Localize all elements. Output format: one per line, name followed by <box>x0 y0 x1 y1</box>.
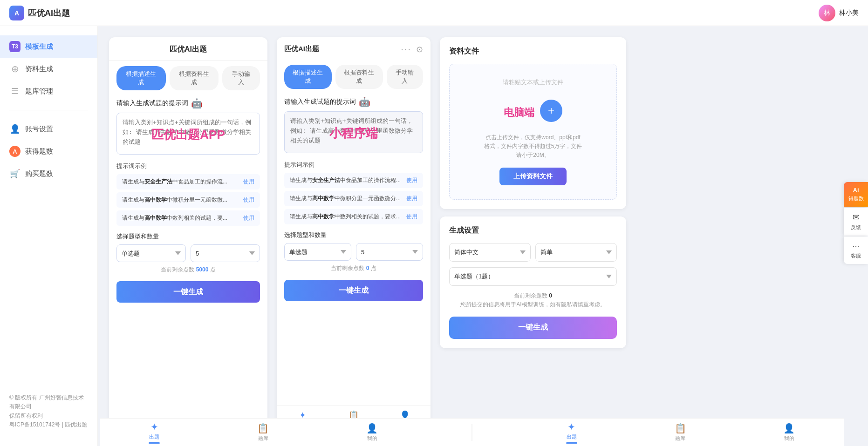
points-value-app: 5000 <box>196 266 209 273</box>
tab-resource-app[interactable]: 根据资料生成 <box>170 66 219 90</box>
prompt-textarea-app[interactable] <box>116 113 260 155</box>
sidebar-label-points: 获得题数 <box>25 147 53 156</box>
nav-bank2-icon: 📋 <box>675 423 686 434</box>
float-bar: Ai 得题数 ✉ 反馈 ··· 客服 <box>844 182 868 264</box>
select-label-app: 选择题型和数量 <box>116 232 260 241</box>
remaining-value: 0 <box>549 292 552 299</box>
tab-describe-app[interactable]: 根据描述生成 <box>116 66 166 90</box>
difficulty-select[interactable]: 简单 中等 困难 <box>535 243 617 262</box>
prompt-textarea-mini[interactable] <box>284 111 423 153</box>
footer-line1: © 版权所有 广州好智信息技术有限公司 <box>9 393 88 411</box>
mini-panel-tabs: 根据描述生成 根据资料生成 手动输入 <box>277 59 431 89</box>
tab-manual-app[interactable]: 手动输入 <box>222 66 260 90</box>
resource-icon: ⊕ <box>9 63 21 74</box>
use-btn-mini-2[interactable]: 使用 <box>406 213 417 221</box>
float-service-label: 客服 <box>851 252 861 259</box>
float-service-icon: ··· <box>852 241 859 251</box>
count-select-mini[interactable]: 5 10 <box>356 243 423 261</box>
selects-row-mini: 单选题 多选题 5 10 <box>284 243 423 261</box>
nav-divider <box>472 424 472 441</box>
robot-icon-app: 🤖 <box>191 98 203 109</box>
tab-describe-mini[interactable]: 根据描述生成 <box>284 65 332 89</box>
main-layout: T3 模板生成 ⊕ 资料生成 ☰ 题库管理 👤 账号设置 A 获得题数 🛒 购买… <box>0 26 868 446</box>
nav-bar-indicator <box>149 442 160 444</box>
float-btn-feedback[interactable]: ✉ 反馈 <box>844 208 868 236</box>
generate-btn-app[interactable]: 一键生成 <box>116 281 260 303</box>
question-type-select[interactable]: 单选题（1题） 多选题（1题） 判断题（1题） <box>449 267 617 286</box>
mini-panel: 匹优AI出题 ··· ⊙ 根据描述生成 根据资料生成 手动输入 请输入生成试题的… <box>277 37 431 435</box>
logo-letter: A <box>14 9 19 17</box>
nav-item-mine2[interactable]: 👤 我的 <box>776 421 802 444</box>
sidebar-item-account[interactable]: 👤 账号设置 <box>0 118 97 140</box>
logo-area: A 匹优AI出题 <box>9 6 70 20</box>
prompt-wrapper-mini: 小程序端 <box>284 111 423 155</box>
file-placeholder: 请粘贴文本或上传文件 <box>503 78 563 87</box>
generate-btn-mini[interactable]: 一键生成 <box>284 280 423 301</box>
selects-row-app: 单选题 多选题 判断题 填空题 1 2 3 4 5 10 <box>116 244 260 262</box>
upload-resource-btn[interactable]: 上传资料文件 <box>499 168 567 185</box>
nav-item-generate[interactable]: ✦ 出题 <box>141 419 167 446</box>
prompt-label-mini: 请输入生成试题的提示词 🤖 <box>284 96 423 108</box>
logo-icon: A <box>9 6 24 20</box>
sidebar-item-points[interactable]: A 获得题数 <box>0 140 97 162</box>
type-select-app[interactable]: 单选题 多选题 判断题 填空题 <box>116 244 186 262</box>
footer-line3: 粤ICP备15101742号 | 匹优出题 <box>9 420 88 429</box>
nav-item-bank2[interactable]: 📋 题库 <box>667 421 694 444</box>
use-btn-app-1[interactable]: 使用 <box>243 196 254 204</box>
questionbank-icon: ☰ <box>9 86 21 97</box>
type-select-mini[interactable]: 单选题 多选题 <box>284 243 351 261</box>
sidebar-label-account: 账号设置 <box>25 125 53 134</box>
tab-manual-mini[interactable]: 手动输入 <box>387 65 424 89</box>
sidebar-divider <box>9 110 88 110</box>
pc-upload-row: 电脑端 + <box>504 100 562 126</box>
app-bottom-nav: ✦ 出题 📋 题库 👤 我的 ✦ 出题 📋 题库 👤 我的 <box>100 418 844 446</box>
float-btn-points[interactable]: Ai 得题数 <box>844 182 868 207</box>
use-btn-app-0[interactable]: 使用 <box>243 178 254 186</box>
gen-settings-title: 生成设置 <box>449 226 617 236</box>
dot-menu-icon[interactable]: ··· <box>401 44 411 54</box>
user-area: 林 林小美 <box>819 5 859 21</box>
resource-file-title: 资料文件 <box>449 47 617 56</box>
generate-big-btn[interactable]: 一键生成 <box>449 317 617 339</box>
nav-bar-indicator2 <box>566 442 577 444</box>
avatar-initial: 林 <box>824 9 830 17</box>
sidebar-item-questionbank[interactable]: ☰ 题库管理 <box>0 80 97 102</box>
nav-item-generate2[interactable]: ✦ 出题 <box>559 419 585 446</box>
sidebar-item-template[interactable]: T3 模板生成 <box>0 35 97 58</box>
nav-item-mine[interactable]: 👤 我的 <box>359 421 385 444</box>
file-upload-area[interactable]: 请粘贴文本或上传文件 电脑端 + 点击上传文件，仅支持word、ppt和pdf格… <box>449 64 617 200</box>
robot-icon-mini: 🤖 <box>359 96 370 108</box>
sidebar-label-resource: 资料生成 <box>25 65 53 74</box>
use-btn-app-2[interactable]: 使用 <box>243 214 254 222</box>
float-btn-service[interactable]: ··· 客服 <box>844 237 868 264</box>
sidebar-label-template: 模板生成 <box>25 42 53 51</box>
right-panel: 资料文件 请粘贴文本或上传文件 电脑端 + 点击上传文件，仅支持word、ppt… <box>440 37 626 435</box>
hints-label-mini: 提示词示例 <box>284 161 423 169</box>
account-icon: 👤 <box>9 123 21 135</box>
user-name: 林小美 <box>839 9 859 17</box>
mini-panel-header: 匹优AI出题 ··· ⊙ <box>277 37 431 59</box>
prompt-wrapper-app: 匹优出题APP <box>116 113 260 156</box>
float-ai-icon: Ai <box>853 187 859 194</box>
nav-generate-icon: ✦ <box>150 421 158 432</box>
nav-mine-label: 我的 <box>367 435 377 442</box>
tab-resource-mini[interactable]: 根据资料生成 <box>335 65 383 89</box>
sidebar-item-resource[interactable]: ⊕ 资料生成 <box>0 58 97 80</box>
count-select-app[interactable]: 1 2 3 4 5 10 <box>191 244 260 262</box>
sidebar-label-questionbank: 题库管理 <box>25 87 53 96</box>
plus-icon[interactable]: + <box>540 100 562 122</box>
gen-lang-diff-row: 简体中文 繁体中文 English 简单 中等 困难 <box>449 243 617 262</box>
app-panel-tabs: 根据描述生成 根据资料生成 手动输入 <box>109 61 267 90</box>
nav-item-bank[interactable]: 📋 题库 <box>250 421 276 444</box>
hint-item-mini-0: 请生成与安全生产法中食品加工的操作流程... 使用 <box>284 173 423 188</box>
language-select[interactable]: 简体中文 繁体中文 English <box>449 243 531 262</box>
sidebar-item-buypoints[interactable]: 🛒 购买题数 <box>0 162 97 185</box>
use-btn-mini-0[interactable]: 使用 <box>406 176 417 184</box>
use-btn-mini-1[interactable]: 使用 <box>406 195 417 203</box>
nav-bank-label: 题库 <box>258 435 268 442</box>
float-feedback-icon: ✉ <box>853 212 860 223</box>
target-icon[interactable]: ⊙ <box>416 44 423 54</box>
select-label-mini: 选择题型和数量 <box>284 231 423 239</box>
remaining-info: 当前剩余题数 0 您所提交的信息将用于AI模型训练，如有隐私请慎重考虑。 <box>449 291 617 309</box>
sidebar-footer: © 版权所有 广州好智信息技术有限公司 保留所有权利 粤ICP备15101742… <box>0 386 97 437</box>
